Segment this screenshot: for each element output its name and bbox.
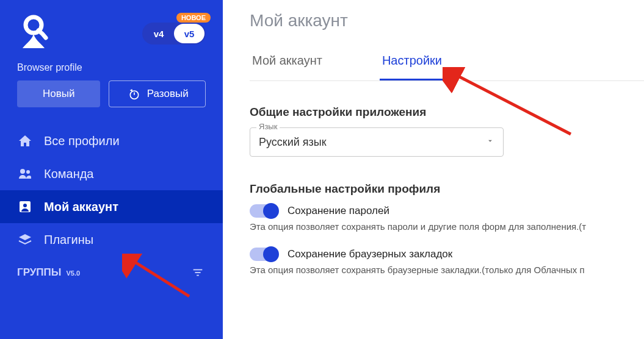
filter-icon[interactable]: [190, 265, 206, 280]
sidebar-item-label: Все профили: [44, 134, 120, 148]
layers-icon: [17, 232, 33, 248]
new-profile-button[interactable]: Новый: [17, 80, 100, 107]
sidebar-item-label: Команда: [44, 167, 93, 181]
team-icon: [17, 166, 33, 182]
onetime-profile-button[interactable]: Разовый: [109, 80, 206, 107]
sidebar-item-team[interactable]: Команда: [0, 157, 223, 190]
profile-settings-title: Глобальные настройки профиля: [250, 182, 644, 196]
sidebar-item-label: Плагины: [44, 233, 93, 247]
groups-label: ГРУППЫ: [17, 266, 61, 279]
app-logo: [17, 12, 50, 55]
sidebar: НОВОЕ v4 v5 Browser profile Новый Разовы…: [0, 0, 223, 339]
sidebar-groups[interactable]: ГРУППЫ V5.0: [0, 256, 223, 284]
new-badge: НОВОЕ: [176, 13, 211, 23]
onetime-button-label: Разовый: [147, 88, 189, 100]
language-select-label: Язык: [256, 122, 280, 131]
setting-description: Эта опция позволяет сохранять пароли и д…: [250, 221, 644, 232]
svg-point-2: [20, 169, 25, 174]
version-v4[interactable]: v4: [143, 24, 174, 43]
sidebar-item-my-account[interactable]: Мой аккаунт: [0, 190, 223, 223]
svg-point-3: [26, 170, 30, 174]
app-settings-title: Общие настройки приложения: [250, 105, 644, 119]
sidebar-item-all-profiles[interactable]: Все профили: [0, 124, 223, 157]
main-content: Мой аккаунт Мой аккаунт Настройки Общие …: [223, 0, 644, 339]
groups-version: V5.0: [66, 269, 80, 277]
language-select-value: Русский язык: [259, 136, 327, 149]
tab-settings[interactable]: Настройки: [380, 54, 444, 80]
sidebar-item-plugins[interactable]: Плагины: [0, 223, 223, 256]
toggle-label: Сохранение браузерных закладок: [288, 248, 452, 260]
account-icon: [17, 199, 33, 215]
version-v5[interactable]: v5: [174, 24, 204, 43]
svg-point-5: [23, 204, 27, 207]
toggle-save-passwords[interactable]: [250, 204, 278, 218]
setting-save-passwords: Сохранение паролей Эта опция позволяет с…: [250, 204, 644, 232]
toggle-save-bookmarks[interactable]: [250, 248, 278, 261]
toggle-label: Сохранение паролей: [288, 205, 389, 217]
browser-profile-label: Browser profile: [0, 62, 223, 80]
chevron-down-icon: [486, 137, 494, 148]
version-switch[interactable]: НОВОЕ v4 v5: [142, 23, 206, 45]
stopwatch-icon: [126, 86, 142, 102]
svg-line-9: [455, 74, 571, 134]
setting-save-bookmarks: Сохранение браузерных закладок Эта опция…: [250, 248, 644, 275]
setting-description: Эта опция позволяет сохранять браузерные…: [250, 265, 644, 275]
sidebar-nav: Все профили Команда Мой аккаунт Плагины: [0, 124, 223, 256]
page-title: Мой аккаунт: [250, 11, 644, 30]
home-icon: [17, 133, 33, 149]
tab-my-account[interactable]: Мой аккаунт: [250, 54, 325, 80]
language-select[interactable]: Язык Русский язык: [250, 127, 504, 157]
tabs: Мой аккаунт Настройки: [250, 54, 644, 81]
sidebar-item-label: Мой аккаунт: [44, 200, 118, 214]
